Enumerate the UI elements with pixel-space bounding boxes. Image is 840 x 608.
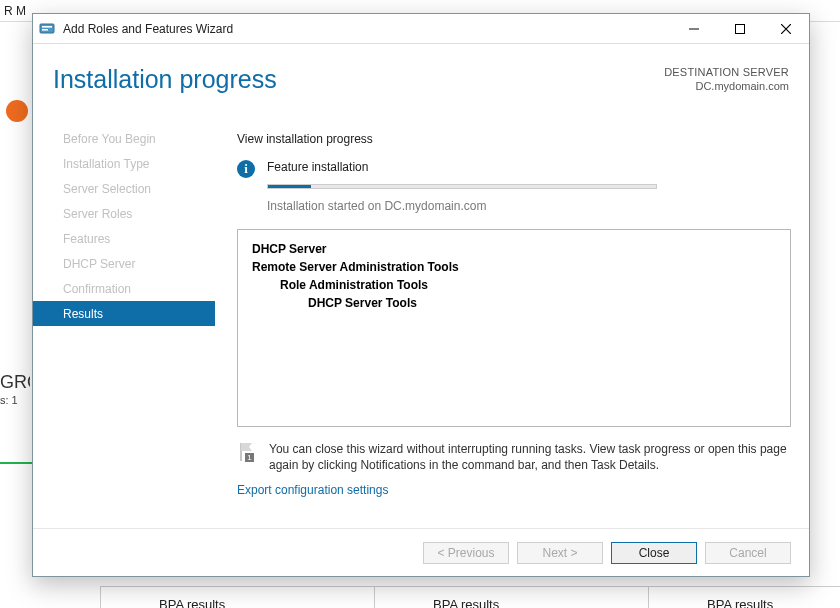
feature-dhcp-server-tools: DHCP Server Tools bbox=[252, 294, 776, 312]
bg-bpa-cell-3[interactable]: BPA results bbox=[648, 586, 840, 608]
bg-group-fragment: GRO s: 1 bbox=[0, 372, 30, 406]
nav-features: Features bbox=[33, 226, 215, 251]
dialog-title: Add Roles and Features Wizard bbox=[63, 22, 233, 36]
previous-button: < Previous bbox=[423, 542, 509, 564]
close-wizard-button[interactable]: Close bbox=[611, 542, 697, 564]
info-icon: i bbox=[237, 160, 255, 178]
bg-bpa-cell-2[interactable]: BPA results bbox=[374, 586, 648, 608]
add-roles-wizard-dialog: Add Roles and Features Wizard Installati… bbox=[32, 13, 810, 577]
bg-status-bar-fragment bbox=[0, 462, 32, 464]
nav-results[interactable]: Results bbox=[33, 301, 215, 326]
dialog-titlebar[interactable]: Add Roles and Features Wizard bbox=[33, 14, 809, 44]
install-progress-fill bbox=[268, 185, 311, 188]
destination-server-name: DC.mydomain.com bbox=[664, 79, 789, 93]
maximize-button[interactable] bbox=[717, 14, 763, 44]
nav-server-selection: Server Selection bbox=[33, 176, 215, 201]
server-manager-app-icon bbox=[39, 21, 55, 37]
bg-servers-count: s: 1 bbox=[0, 394, 30, 406]
features-list-box: DHCP Server Remote Server Administration… bbox=[237, 229, 791, 427]
cancel-button: Cancel bbox=[705, 542, 791, 564]
bg-title-text: R M bbox=[4, 4, 26, 18]
bg-group-abbr: GRO bbox=[0, 372, 30, 392]
svg-rect-3 bbox=[736, 24, 745, 33]
install-progress-bar bbox=[267, 184, 657, 189]
nav-dhcp-server: DHCP Server bbox=[33, 251, 215, 276]
flag-icon: 1 bbox=[237, 441, 257, 466]
dialog-header: Installation progress DESTINATION SERVER… bbox=[33, 44, 809, 114]
nav-confirmation: Confirmation bbox=[33, 276, 215, 301]
feature-dhcp-server: DHCP Server bbox=[252, 240, 776, 258]
export-settings-link[interactable]: Export configuration settings bbox=[237, 483, 791, 497]
svg-rect-0 bbox=[40, 24, 54, 33]
feature-role-admin-tools: Role Administration Tools bbox=[252, 276, 776, 294]
minimize-button[interactable] bbox=[671, 14, 717, 44]
close-button[interactable] bbox=[763, 14, 809, 44]
install-started-on: Installation started on DC.mydomain.com bbox=[267, 199, 791, 213]
view-progress-label: View installation progress bbox=[237, 132, 791, 146]
page-title: Installation progress bbox=[53, 65, 277, 94]
next-button: Next > bbox=[517, 542, 603, 564]
progress-row: i Feature installation Installation star… bbox=[237, 160, 791, 213]
bg-orange-tile-icon bbox=[6, 100, 28, 122]
svg-rect-2 bbox=[42, 29, 48, 31]
bg-bpa-row: BPA results BPA results BPA results bbox=[100, 586, 840, 608]
svg-rect-1 bbox=[42, 26, 52, 28]
bg-bpa-cell-1[interactable]: BPA results bbox=[100, 586, 374, 608]
destination-server-label: DESTINATION SERVER bbox=[664, 65, 789, 79]
dialog-main: Before You Begin Installation Type Serve… bbox=[33, 126, 809, 528]
nav-installation-type: Installation Type bbox=[33, 151, 215, 176]
dialog-footer: < Previous Next > Close Cancel bbox=[33, 528, 809, 576]
feature-installation-label: Feature installation bbox=[267, 160, 791, 174]
destination-server-block: DESTINATION SERVER DC.mydomain.com bbox=[664, 65, 789, 93]
nav-server-roles: Server Roles bbox=[33, 201, 215, 226]
hint-row: 1 You can close this wizard without inte… bbox=[237, 441, 791, 473]
wizard-nav: Before You Begin Installation Type Serve… bbox=[33, 126, 215, 528]
close-wizard-hint: You can close this wizard without interr… bbox=[269, 441, 791, 473]
feature-rsat: Remote Server Administration Tools bbox=[252, 258, 776, 276]
nav-before-you-begin: Before You Begin bbox=[33, 126, 215, 151]
dialog-content: View installation progress i Feature ins… bbox=[237, 132, 791, 524]
svg-text:1: 1 bbox=[247, 453, 252, 462]
